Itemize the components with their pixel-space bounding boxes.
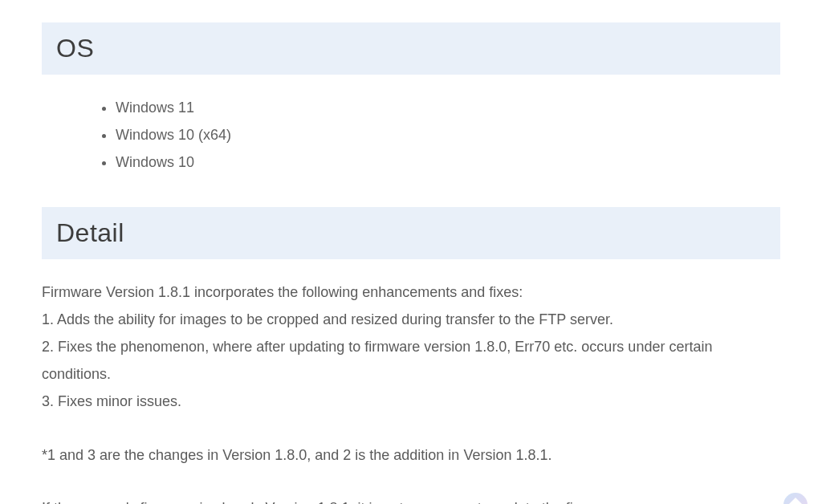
os-list: Windows 11 Windows 10 (x64) Windows 10 [42, 94, 780, 177]
detail-block-note: *1 and 3 are the changes in Version 1.8.… [42, 441, 780, 469]
list-item: Windows 11 [116, 94, 780, 121]
watermark: 鑫部落 [783, 493, 808, 504]
detail-final: If the camera's firmware is already Vers… [42, 494, 780, 504]
detail-block-final: If the camera's firmware is already Vers… [42, 494, 780, 504]
detail-change-item: 2. Fixes the phenomenon, where after upd… [42, 333, 780, 388]
os-section-header: OS [42, 22, 780, 75]
detail-section-header: Detail [42, 207, 780, 259]
list-item: Windows 10 (x64) [116, 121, 780, 148]
detail-intro: Firmware Version 1.8.1 incorporates the … [42, 278, 780, 306]
detail-change-item: 3. Fixes minor issues. [42, 388, 780, 415]
detail-section-title: Detail [56, 218, 766, 248]
detail-block-changes: Firmware Version 1.8.1 incorporates the … [42, 278, 780, 416]
detail-content: Firmware Version 1.8.1 incorporates the … [42, 278, 780, 504]
list-item: Windows 10 [116, 148, 780, 176]
detail-change-item: 1. Adds the ability for images to be cro… [42, 306, 780, 333]
os-section-title: OS [56, 34, 766, 63]
detail-note: *1 and 3 are the changes in Version 1.8.… [42, 441, 780, 469]
page-container: OS Windows 11 Windows 10 (x64) Windows 1… [0, 0, 822, 504]
watermark-diamond-icon [783, 493, 808, 504]
